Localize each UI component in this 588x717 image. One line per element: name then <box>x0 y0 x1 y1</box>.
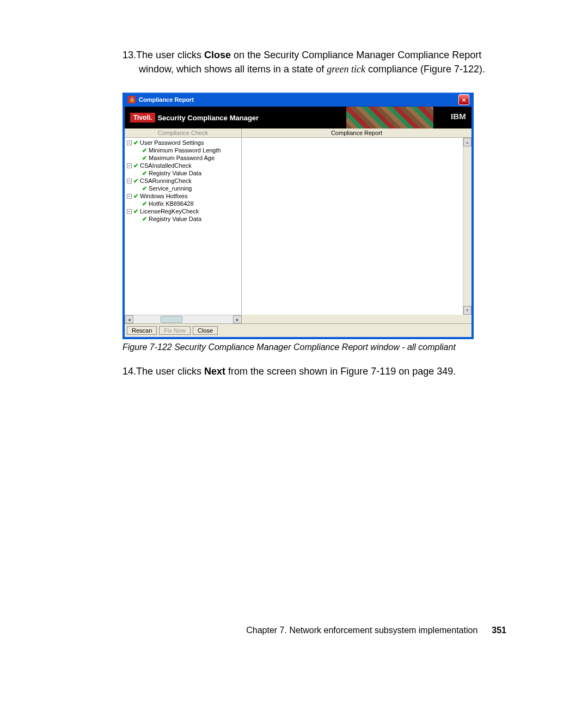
tree-group[interactable]: −✔LicenseRegKeyCheck <box>127 207 241 215</box>
tree-child[interactable]: ✔Hotfix KB896428 <box>127 200 241 207</box>
tree-child-label: Registry Value Data <box>149 216 201 222</box>
tree-group-label: User Password Settings <box>140 139 204 146</box>
tree-group[interactable]: −✔User Password Settings <box>127 139 241 146</box>
tree-child-label: Service_running <box>149 185 192 192</box>
tree-child[interactable]: ✔Maximum Password Age <box>127 154 241 162</box>
check-icon: ✔ <box>133 208 138 215</box>
page-footer: Chapter 7. Network enforcement subsystem… <box>0 626 588 635</box>
check-icon: ✔ <box>142 170 147 177</box>
tree-child-label: Registry Value Data <box>149 170 201 176</box>
scroll-right-icon[interactable]: ▸ <box>233 315 242 323</box>
ibm-logo: IBM <box>451 112 466 121</box>
check-icon: ✔ <box>133 193 138 200</box>
check-icon: ✔ <box>133 177 138 185</box>
expander-icon[interactable]: − <box>127 209 132 214</box>
tree-group[interactable]: −✔CSARunningCheck <box>127 177 241 185</box>
report-pane: ▴ ▾ <box>242 138 471 315</box>
expander-icon[interactable]: − <box>127 179 132 183</box>
tree-group-label: CSAInstalledCheck <box>140 162 192 169</box>
expander-icon[interactable]: − <box>127 140 132 145</box>
expander-icon[interactable]: − <box>127 194 132 199</box>
figure-caption: Figure 7-122 Security Compliance Manager… <box>122 342 506 352</box>
report-vscrollbar[interactable]: ▴ ▾ <box>463 138 471 315</box>
fixnow-button: Fix Now <box>159 326 191 335</box>
window-title: Compliance Report <box>139 96 194 103</box>
step-14-text: 14.The user clicks Next from the screen … <box>122 364 506 378</box>
window-title-bar[interactable]: 🔒 Compliance Report × <box>125 93 471 107</box>
tree-child[interactable]: ✔Registry Value Data <box>127 169 241 177</box>
scroll-left-icon[interactable]: ◂ <box>125 315 133 323</box>
tree-child-label: Minimum Password Length <box>149 147 221 154</box>
banner-title: Security Compliance Manager <box>157 114 259 122</box>
tree-group-label: CSARunningCheck <box>140 177 192 184</box>
scrollbar-thumb[interactable] <box>161 316 182 323</box>
tree-group-label: LicenseRegKeyCheck <box>140 208 199 215</box>
button-bar: Rescan Fix Now Close <box>125 323 471 337</box>
tree-child-label: Hotfix KB896428 <box>149 200 194 207</box>
check-icon: ✔ <box>133 139 138 146</box>
column-headers: Compliance Check Compliance Report <box>125 128 471 138</box>
scroll-up-icon[interactable]: ▴ <box>463 138 471 146</box>
check-icon: ✔ <box>142 185 147 192</box>
tree-group-label: Windows Hotfixes <box>140 193 187 199</box>
rescan-button[interactable]: Rescan <box>127 326 157 335</box>
app-banner: Tivoli. Security Compliance Manager IBM <box>125 107 471 128</box>
window-close-button[interactable]: × <box>458 94 469 105</box>
tree-child[interactable]: ✔Registry Value Data <box>127 215 241 223</box>
col-header-compliance-check[interactable]: Compliance Check <box>125 128 242 137</box>
lock-icon: 🔒 <box>128 96 136 103</box>
tree-child-label: Maximum Password Age <box>149 155 215 161</box>
expander-icon[interactable]: − <box>127 163 132 168</box>
banner-artwork <box>346 107 433 128</box>
scroll-down-icon[interactable]: ▾ <box>463 306 471 315</box>
check-icon: ✔ <box>142 147 147 154</box>
tree-group[interactable]: −✔Windows Hotfixes <box>127 192 241 200</box>
tree-hscrollbar[interactable]: ◂ ▸ <box>125 315 242 323</box>
tree-child[interactable]: ✔Service_running <box>127 185 241 192</box>
compliance-report-window: 🔒 Compliance Report × Tivoli. Security C… <box>122 93 474 339</box>
check-icon: ✔ <box>133 162 138 169</box>
check-icon: ✔ <box>142 200 147 207</box>
close-button[interactable]: Close <box>193 326 218 335</box>
tree-pane: −✔User Password Settings✔Minimum Passwor… <box>125 138 242 315</box>
check-icon: ✔ <box>142 216 147 223</box>
col-header-compliance-report[interactable]: Compliance Report <box>242 128 471 137</box>
tree-child[interactable]: ✔Minimum Password Length <box>127 146 241 154</box>
step-13-text: 13.The user clicks Close on the Security… <box>122 48 506 76</box>
tivoli-brand: Tivoli. <box>130 113 155 122</box>
tree-group[interactable]: −✔CSAInstalledCheck <box>127 162 241 169</box>
check-icon: ✔ <box>142 155 147 162</box>
